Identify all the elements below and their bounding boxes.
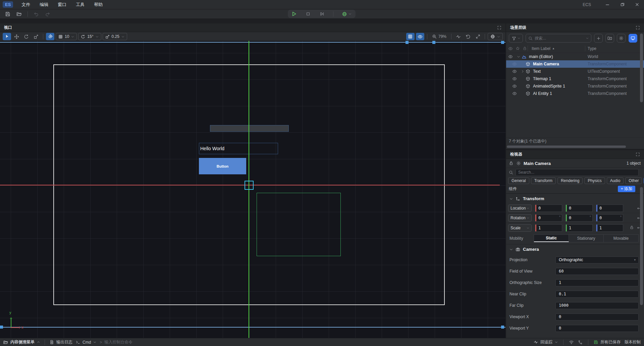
text-entity[interactable]: Hello World — [199, 143, 278, 154]
scale-dropdown[interactable]: Scale — [508, 224, 532, 232]
location-y-input[interactable] — [566, 206, 592, 211]
reset-view-button[interactable] — [464, 33, 472, 40]
expand-view-button[interactable] — [474, 33, 482, 40]
chevron-right-icon[interactable] — [520, 70, 525, 73]
menu-file[interactable]: 文件 — [17, 1, 35, 9]
console-input[interactable]: > 输入控制台命令 — [100, 339, 132, 345]
location-dropdown[interactable]: Location — [508, 205, 532, 212]
add-component-button[interactable]: + 添加 — [618, 186, 635, 192]
fullscreen-icon[interactable] — [636, 152, 640, 157]
selection-handle[interactable] — [432, 41, 435, 44]
scale-x-input[interactable] — [535, 226, 562, 230]
location-z-input[interactable] — [596, 206, 623, 211]
monitor-toggle[interactable] — [629, 34, 637, 43]
transform-section-header[interactable]: Transform — [506, 193, 644, 204]
new-folder-button[interactable] — [605, 34, 614, 43]
close-button[interactable] — [630, 0, 644, 9]
cmd-dropdown[interactable]: Cmd — [76, 340, 96, 345]
play-button[interactable] — [289, 10, 299, 18]
selection-handle[interactable] — [501, 41, 504, 44]
chevron-down-icon[interactable] — [516, 55, 521, 58]
filter-button[interactable] — [509, 34, 523, 43]
fullscreen-icon[interactable] — [497, 25, 501, 30]
rotate-tool[interactable] — [22, 33, 31, 40]
inspector-search-input[interactable] — [518, 170, 636, 175]
far-clip-input[interactable] — [556, 303, 638, 308]
tab-transform[interactable]: Transform — [531, 177, 556, 184]
menu-help[interactable]: 帮助 — [90, 1, 107, 9]
scale-snap-dropdown[interactable]: 0.25 — [103, 33, 127, 40]
branch-icon[interactable] — [578, 340, 583, 345]
vertical-scrollbar[interactable] — [640, 34, 643, 102]
trace-dropdown[interactable]: 回追踪 — [534, 339, 558, 345]
hierarchy-search[interactable] — [526, 34, 591, 43]
rotation-x-input[interactable] — [535, 216, 562, 220]
eye-icon[interactable] — [512, 69, 518, 74]
table-row[interactable]: main (Editor) World — [506, 53, 644, 60]
selection-handle[interactable] — [501, 326, 504, 329]
table-row[interactable]: Tilemap 1 TransformComponent — [506, 75, 644, 82]
tab-rendering[interactable]: Rendering — [557, 177, 583, 184]
maximize-button[interactable] — [615, 0, 629, 9]
mobility-static[interactable]: Static — [534, 235, 569, 242]
selection-handle[interactable] — [0, 326, 3, 329]
visibility-toggle[interactable] — [416, 33, 424, 40]
scale-z-input[interactable] — [596, 226, 623, 230]
tab-audio[interactable]: Audio — [607, 177, 624, 184]
rotation-z-input[interactable] — [596, 216, 623, 220]
eye-icon[interactable] — [512, 62, 518, 66]
rotation-y-input[interactable] — [566, 216, 592, 220]
grid-toggle[interactable] — [406, 33, 415, 40]
eye-icon[interactable] — [508, 54, 514, 59]
location-x-input[interactable] — [535, 206, 562, 211]
column-type[interactable]: Type — [588, 46, 596, 51]
tab-physics[interactable]: Physics — [584, 177, 605, 184]
undo-button[interactable] — [32, 10, 41, 18]
wifi-icon[interactable] — [569, 340, 574, 345]
viewport-x-input[interactable] — [556, 314, 638, 319]
scene-canvas[interactable]: Hello World Button y x — [0, 41, 505, 338]
zoom-level[interactable]: 79% — [430, 34, 448, 39]
panel-entity[interactable] — [210, 125, 289, 132]
open-folder-button[interactable] — [15, 10, 23, 18]
search-input[interactable] — [535, 36, 584, 41]
camera-section-header[interactable]: Camera — [506, 244, 644, 254]
column-item-label[interactable]: Item Label ▲ — [532, 46, 555, 51]
near-clip-input[interactable] — [556, 292, 638, 296]
select-tool[interactable] — [3, 33, 11, 40]
lock-icon[interactable] — [509, 161, 514, 166]
eye-icon[interactable] — [512, 91, 518, 96]
mobility-stationary[interactable]: Stationary — [569, 235, 604, 242]
tab-general[interactable]: General — [508, 177, 529, 184]
grid-size-dropdown[interactable]: 10 — [56, 33, 77, 40]
orthographic-size-input[interactable] — [556, 280, 638, 285]
eye-icon[interactable] — [512, 84, 518, 89]
projection-select[interactable]: Orthographic ▾ — [555, 256, 639, 264]
table-row[interactable]: AnimatedSprite 1 TransformComponent — [506, 82, 644, 90]
eye-icon[interactable] — [512, 76, 518, 81]
network-mode-button[interactable] — [339, 10, 354, 18]
minimize-button[interactable] — [600, 0, 614, 9]
step-button[interactable] — [318, 10, 327, 18]
fullscreen-icon[interactable] — [636, 25, 640, 30]
camera-gizmo[interactable] — [245, 181, 254, 190]
field-of-view-input[interactable] — [556, 269, 638, 274]
stats-toggle[interactable] — [454, 33, 463, 40]
table-row-selected[interactable]: Main Camera TransformComponent — [506, 60, 644, 68]
redo-button[interactable] — [43, 10, 52, 18]
content-drawer-button[interactable]: 内容侧滑菜单 — [3, 339, 40, 345]
menu-edit[interactable]: 编辑 — [35, 1, 53, 9]
scale-tool[interactable] — [32, 33, 40, 40]
move-tool[interactable] — [12, 33, 21, 40]
save-status[interactable]: 所有已保存 — [594, 339, 621, 345]
menu-window[interactable]: 窗口 — [53, 1, 71, 9]
save-button[interactable] — [3, 10, 12, 18]
selection-handle[interactable] — [406, 41, 409, 44]
table-row[interactable]: Text UITextComponent — [506, 68, 644, 75]
viewport-world-dropdown[interactable] — [488, 33, 503, 40]
horizontal-scrollbar[interactable] — [506, 145, 644, 149]
vertical-scrollbar[interactable] — [640, 187, 643, 305]
viewport-y-input[interactable] — [556, 326, 638, 331]
rotation-snap-dropdown[interactable]: 15° — [78, 33, 101, 40]
table-row[interactable]: AI Entity 1 TransformComponent — [506, 90, 644, 97]
